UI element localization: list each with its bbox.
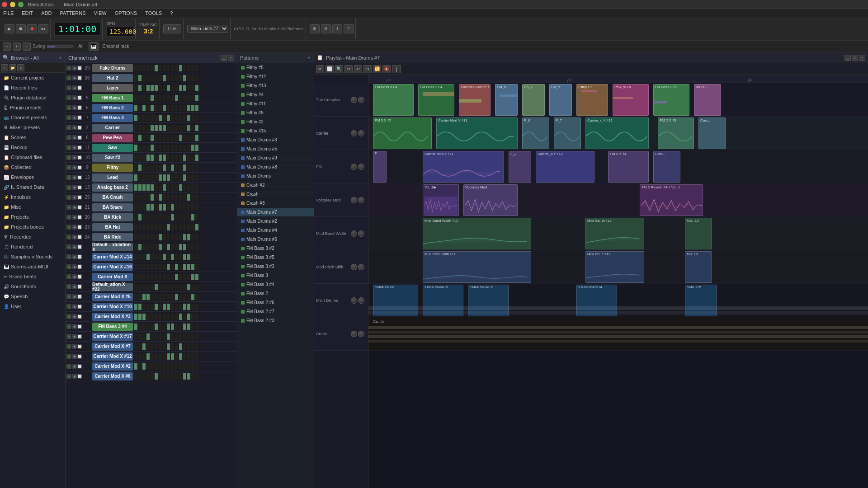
cr-pad-6-10[interactable]: [175, 124, 179, 131]
cr-mute-12[interactable]: ●: [66, 185, 71, 190]
cr-solo-11[interactable]: ◉: [72, 175, 77, 180]
cr-name-12[interactable]: Analog bass 2: [92, 183, 133, 192]
cr-pad-12-10[interactable]: [175, 184, 179, 191]
cr-pad-17-13[interactable]: [187, 234, 191, 241]
cr-close-btn[interactable]: ×: [228, 55, 234, 61]
cr-pad-30-13[interactable]: [187, 363, 191, 370]
cr-lock-6[interactable]: ⬜: [77, 125, 82, 130]
cr-pad-31-9[interactable]: [170, 373, 175, 380]
cr-pad-16-10[interactable]: [175, 224, 179, 231]
cr-mute-6[interactable]: ●: [66, 125, 71, 130]
block-fm-bass3[interactable]: FM Bass 3 ♯4: [373, 84, 414, 116]
cr-solo-16[interactable]: ◉: [72, 225, 77, 230]
cr-pad-23-15[interactable]: [195, 293, 199, 300]
sidebar-item-rendered[interactable]: 🎵 Rendered: [0, 242, 65, 252]
cr-pad-12-8[interactable]: [166, 184, 170, 191]
cr-pad-8-6[interactable]: [158, 144, 162, 151]
cr-pad-20-5[interactable]: [154, 263, 158, 271]
cr-pad-11-12[interactable]: [183, 174, 187, 181]
cr-lock-3[interactable]: ⬜: [77, 95, 82, 100]
cr-pad-6-11[interactable]: [179, 124, 183, 131]
cr-pad-20-3[interactable]: [146, 263, 150, 271]
cr-pad-3-13[interactable]: [187, 94, 191, 102]
cr-pad-10-5[interactable]: [154, 164, 158, 171]
cr-pad-13-8[interactable]: [166, 194, 170, 201]
cr-pad-5-4[interactable]: [150, 114, 154, 122]
cr-pad-26-15[interactable]: [195, 323, 199, 330]
cr-pad-13-2[interactable]: [142, 194, 146, 201]
cr-solo-20[interactable]: ◉: [72, 264, 77, 269]
cr-pad-26-14[interactable]: [191, 323, 195, 330]
cr-pad-7-9[interactable]: [170, 134, 175, 141]
cr-pad-5-6[interactable]: [158, 114, 162, 122]
cr-pad-25-1[interactable]: [138, 313, 142, 320]
cr-pad-30-8[interactable]: [166, 363, 170, 370]
knob12[interactable]: [358, 264, 364, 270]
cr-lock-19[interactable]: ⬜: [77, 254, 82, 259]
cr-pad-29-5[interactable]: [154, 353, 158, 360]
track-row-vocodex[interactable]: Vo..d ▶ Vocodex Mod: [368, 183, 868, 217]
cr-solo-3[interactable]: ◉: [72, 95, 77, 100]
cr-pad-28-2[interactable]: [142, 343, 146, 350]
cr-mute-25[interactable]: ●: [66, 314, 71, 319]
cr-pad-22-0[interactable]: [134, 283, 138, 291]
pattern-item-2[interactable]: Filthy #13: [237, 81, 314, 90]
cr-pad-16-1[interactable]: [138, 224, 142, 231]
cr-pad-31-14[interactable]: [191, 373, 195, 380]
cr-pad-18-8[interactable]: [166, 244, 170, 251]
cr-pad-23-0[interactable]: [134, 293, 138, 300]
cr-channel-7[interactable]: ● ◉ ⬜ 8 Pew Pew: [66, 133, 237, 143]
cr-pad-16-3[interactable]: [146, 224, 150, 231]
cr-solo-15[interactable]: ◉: [72, 215, 77, 220]
cr-pad-2-3[interactable]: [146, 84, 150, 92]
browser-folder-btn[interactable]: 📁: [9, 64, 16, 71]
cr-pad-12-2[interactable]: [142, 184, 146, 191]
block-ch7[interactable]: Ch_7: [522, 84, 545, 116]
snap-btn[interactable]: ↔: [3, 42, 11, 51]
cr-solo-8[interactable]: ◉: [72, 145, 77, 150]
cr-pad-17-1[interactable]: [138, 234, 142, 241]
cr-pad-18-4[interactable]: [150, 244, 154, 251]
cr-pad-18-13[interactable]: [187, 244, 191, 251]
cr-pad-13-12[interactable]: [183, 194, 187, 201]
pattern-item-24[interactable]: FM Bass 3 #4: [237, 280, 314, 289]
cr-mute-0[interactable]: ●: [66, 66, 71, 70]
sidebar-item-samples[interactable]: 🎼 Samples n Sounds: [0, 252, 65, 262]
mode-btn[interactable]: Line: [163, 24, 181, 33]
pattern-item-20[interactable]: FM Bass 3 #2: [237, 244, 314, 253]
knob5[interactable]: [351, 164, 357, 170]
cr-mute-9[interactable]: ●: [66, 155, 71, 160]
cr-pad-19-3[interactable]: [146, 253, 150, 261]
cr-pad-8-10[interactable]: [175, 144, 179, 151]
cr-pad-22-6[interactable]: [158, 283, 162, 291]
cr-pad-6-4[interactable]: [150, 124, 154, 131]
cr-pad-26-8[interactable]: [166, 323, 170, 330]
cr-pad-12-5[interactable]: [154, 184, 158, 191]
zoom-in-btn[interactable]: +: [13, 42, 21, 51]
cr-pad-7-15[interactable]: [195, 134, 199, 141]
knob15[interactable]: [351, 331, 357, 337]
cr-pad-27-0[interactable]: [134, 333, 138, 340]
cr-channel-28[interactable]: ● ◉ ⬜ Carrier Mod X #7: [66, 342, 237, 352]
cr-channel-11[interactable]: ● ◉ ⬜ 12 Lead: [66, 173, 237, 183]
cr-pad-10-7[interactable]: [162, 164, 166, 171]
cr-name-3[interactable]: FM Bass 1: [92, 94, 133, 102]
cr-pad-27-7[interactable]: [162, 333, 166, 340]
cr-pad-29-6[interactable]: [158, 353, 162, 360]
channel-rack-btn[interactable]: 🎹: [89, 42, 99, 51]
cr-mute-31[interactable]: ●: [66, 374, 71, 379]
cr-pad-20-4[interactable]: [150, 263, 154, 271]
cr-pad-0-12[interactable]: [183, 65, 187, 72]
menu-view[interactable]: VIEW: [93, 10, 108, 16]
cr-pad-1-13[interactable]: [187, 75, 191, 82]
cr-pad-29-1[interactable]: [138, 353, 142, 360]
cr-pad-14-4[interactable]: [150, 204, 154, 211]
cr-pad-15-15[interactable]: [195, 214, 199, 221]
cr-channel-26[interactable]: ● ◉ ⬜ FM Bass 3 #4: [66, 322, 237, 332]
knob11[interactable]: [351, 264, 357, 270]
cr-pad-5-14[interactable]: [191, 114, 195, 122]
cr-pad-26-12[interactable]: [183, 323, 187, 330]
cr-mute-7[interactable]: ●: [66, 135, 71, 140]
track-row-carrier[interactable]: FM 3 X ♯5 Carrier Mod X ♯11: [368, 117, 868, 150]
cr-channel-18[interactable]: ● ◉ ⬜ Default - :dulation X: [66, 242, 237, 252]
